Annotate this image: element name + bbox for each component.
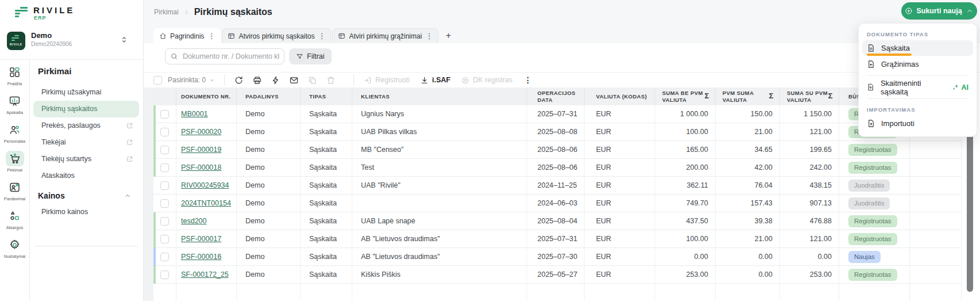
create-new-button[interactable]: Sukurti naują — [901, 2, 977, 20]
row-checkbox[interactable] — [160, 270, 169, 279]
document-link[interactable]: PSF-000017 — [181, 235, 221, 243]
refresh-button[interactable] — [234, 75, 244, 85]
column-header-label: PADALINYS — [245, 93, 279, 100]
register-icon — [363, 76, 372, 85]
cell-klientas: Ugnius Narys — [352, 105, 527, 123]
gear-icon — [6, 237, 24, 253]
cell-operacijos-data: 2025–08–06 — [527, 159, 585, 176]
document-link[interactable]: SF-000172_25 — [181, 270, 229, 279]
rail-item-pradzia[interactable]: Pradžia — [0, 64, 30, 86]
row-checkbox[interactable] — [160, 199, 169, 208]
document-link[interactable]: PSF-000019 — [181, 146, 221, 154]
cell-dokumento-nr: tesd200 — [176, 212, 237, 230]
cell-valiuta: EUR — [585, 248, 655, 265]
table-row: 2024TNT00154DemoSąskaita2024–06–03EUR749… — [153, 195, 962, 212]
document-link[interactable]: 2024TNT00154 — [181, 199, 231, 207]
row-checkbox[interactable] — [160, 253, 169, 261]
tab-atviros-pirkimu-saskaitos[interactable]: Atviros pirkimų sąskaitos ⋮ — [222, 28, 331, 43]
rail-item-pirkimai[interactable]: Pirkimai — [0, 151, 30, 173]
sidebar-item-ataskaitos[interactable]: Ataskaitos — [33, 167, 139, 184]
lightning-button[interactable] — [271, 75, 280, 85]
filter-button[interactable]: Filtrai — [289, 48, 332, 64]
document-link[interactable]: MB0001 — [181, 110, 208, 118]
sigma-icon[interactable]: Σ — [705, 92, 709, 101]
document-link[interactable]: PSF-000018 — [181, 163, 221, 172]
cell-valiuta: EUR — [585, 195, 655, 212]
rail-item-pardavimai[interactable]: Pardavimai — [0, 180, 30, 201]
status-badge: Juodraštis — [848, 180, 890, 192]
row-checkbox[interactable] — [160, 217, 169, 226]
row-checkbox[interactable] — [160, 181, 169, 190]
funnel-icon — [296, 53, 303, 60]
document-link[interactable]: tesd200 — [181, 217, 206, 225]
add-tab-button[interactable]: + — [440, 28, 457, 43]
row-checkbox[interactable] — [160, 235, 169, 243]
file-return-icon — [867, 60, 875, 68]
tab-pagrindinis[interactable]: Pagrindinis ⋮ — [153, 28, 221, 43]
column-header-label: KLIENTAS — [361, 93, 390, 100]
search-input[interactable] — [165, 48, 285, 64]
cell-valiuta: EUR — [585, 159, 655, 176]
cell-dokumento-nr: SF-000172_25 — [176, 266, 237, 283]
sidebar-section-title: Pirkimai — [38, 64, 144, 78]
rail-item-personalas[interactable]: Personalas — [0, 122, 30, 144]
cell-padalinys: Demo — [237, 123, 301, 140]
document-link[interactable]: RIV000245934 — [181, 181, 229, 189]
row-checkbox[interactable] — [160, 128, 169, 136]
breadcrumb-parent[interactable]: Pirkimai — [154, 8, 179, 16]
cell-klientas: UAB "Rivilė" — [352, 177, 527, 194]
sidebar-item-prekes-paslaugos[interactable]: Prekės, paslaugos — [33, 117, 139, 134]
sidebar-item-tiekejai[interactable]: Tiekėjai — [33, 134, 139, 151]
cell-busena: Registruotas — [839, 141, 910, 158]
rail-item-apskaita[interactable]: Apskaita — [0, 93, 30, 115]
tab-menu-icon[interactable]: ⋮ — [207, 32, 215, 40]
selected-count[interactable]: Pasirinkta: 0 — [168, 76, 215, 84]
cell-pvm-suma: 157.43 — [716, 195, 780, 212]
rail-item-nustatymai[interactable]: Nustatymai — [0, 237, 30, 259]
cell-suma-su-pvm: 907.13 — [780, 195, 839, 212]
menu-item-skaitmeninti-saskaita[interactable]: Skaitmeninti sąskaitą AI — [862, 79, 973, 95]
sub-navigation: Pirkimai Pirkimų užsakymai Pirkimų sąska… — [30, 60, 144, 246]
email-button[interactable] — [289, 75, 299, 85]
isaf-button[interactable]: i.SAF — [420, 76, 451, 85]
cell-padalinys: Demo — [237, 105, 301, 123]
cell-dokumento-nr: PSF-000017 — [176, 230, 237, 247]
document-link[interactable]: PSF-000016 — [181, 253, 221, 261]
cell-dokumento-nr: 2024TNT00154 — [176, 195, 237, 212]
tab-atviri-pirkimu-grazinimai[interactable]: Atviri pirkimų grąžinimai ⋮ — [332, 28, 439, 43]
cell-suma-be-pvm: 0.00 — [655, 248, 716, 265]
tab-menu-icon[interactable]: ⋮ — [425, 32, 433, 40]
account-switcher[interactable]: RIVILE Demo Demo20240906 — [6, 30, 138, 54]
sidebar-item-pirkimu-uzsakymai[interactable]: Pirkimų užsakymai — [33, 84, 139, 101]
tab-menu-icon[interactable]: ⋮ — [318, 32, 325, 40]
rail-item-atsargos[interactable]: Atsargos — [0, 208, 30, 230]
row-select-cell — [153, 141, 176, 158]
register-button: Registruoti — [363, 76, 410, 85]
column-header-label: TIPAS — [309, 93, 326, 100]
table-row: PSF-000018DemoSąskaitaTest2025–08–06EUR2… — [153, 159, 962, 177]
row-checkbox[interactable] — [160, 146, 169, 154]
menu-item-importuoti[interactable]: Importuoti — [862, 116, 973, 131]
column-header: OPERACIJOS DATA — [527, 87, 585, 105]
sidebar-item-tiekeju-sutartys[interactable]: Tiekėjų sutartys — [33, 151, 139, 167]
select-all-checkbox[interactable] — [153, 76, 162, 85]
more-actions-icon[interactable]: ⋮ — [524, 75, 532, 85]
sigma-icon[interactable]: Σ — [769, 92, 774, 101]
document-link[interactable]: PSF-000020 — [181, 128, 221, 136]
cell-operacijos-data: 2025–07–30 — [527, 248, 585, 265]
cell-operacijos-data: 2025–08–08 — [527, 123, 585, 140]
cell-pvm-suma: 0.00 — [716, 266, 780, 283]
row-checkbox[interactable] — [160, 110, 169, 119]
menu-item-grazinimas[interactable]: Grąžinimas — [862, 56, 973, 72]
print-button[interactable] — [252, 75, 262, 85]
menu-item-saskaita[interactable]: Sąskaita — [862, 40, 973, 56]
row-checkbox[interactable] — [160, 163, 169, 172]
cell-busena: Registruotas — [839, 266, 910, 283]
sidebar-group-kainos[interactable]: Kainos — [38, 188, 139, 204]
cell-suma-be-pvm: 100.00 — [655, 230, 716, 247]
sidebar-item-pirkimu-saskaitos[interactable]: Pirkimų sąskaitos — [33, 101, 139, 117]
sigma-icon[interactable]: Σ — [828, 92, 833, 101]
sidebar: RIVILE ERP RIVILE Demo Demo20240906 Prad… — [0, 0, 144, 301]
column-header: PADALINYS — [237, 87, 301, 105]
sidebar-item-pirkimo-kainos[interactable]: Pirkimo kainos — [33, 204, 139, 220]
